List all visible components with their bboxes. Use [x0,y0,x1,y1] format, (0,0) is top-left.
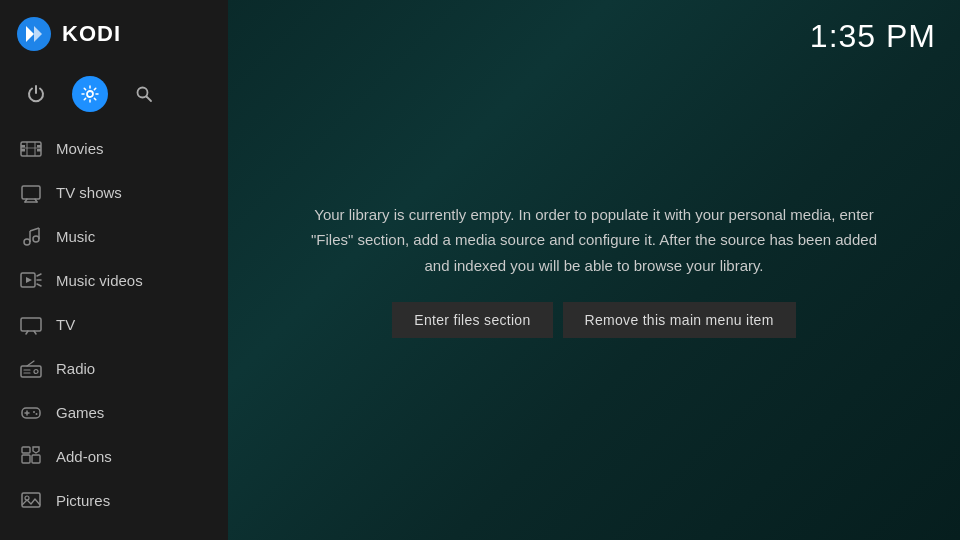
svg-marker-24 [26,277,32,283]
sidebar-item-tv[interactable]: TV [0,302,228,346]
main-content: 1:35 PM Your library is currently empty.… [228,0,960,540]
music-videos-icon [20,269,42,291]
sidebar-item-movies[interactable]: Movies [0,126,228,170]
radio-icon [20,357,42,379]
sidebar-item-movies-label: Movies [56,140,104,157]
svg-point-19 [33,236,39,242]
sidebar-item-addons-label: Add-ons [56,448,112,465]
kodi-logo-icon [16,16,52,52]
sidebar-item-addons[interactable]: Add-ons [0,434,228,478]
sidebar-item-games-label: Games [56,404,104,421]
tv-shows-icon [20,181,42,203]
sidebar-item-pictures[interactable]: Pictures [0,478,228,522]
tv-icon [20,313,42,335]
movies-icon [20,137,42,159]
svg-rect-41 [22,455,30,463]
svg-point-39 [33,411,35,413]
sidebar-item-tvshows[interactable]: TV shows [0,170,228,214]
music-icon [20,225,42,247]
sidebar-item-music-videos[interactable]: Music videos [0,258,228,302]
library-empty-message: Your library is currently empty. In orde… [304,202,884,279]
sidebar-item-games[interactable]: Games [0,390,228,434]
svg-line-25 [37,274,41,276]
sidebar-header: KODI [0,0,228,68]
svg-line-22 [30,228,39,231]
library-empty-box: Your library is currently empty. In orde… [264,172,924,369]
svg-point-3 [87,91,93,97]
sidebar: KODI [0,0,228,540]
search-button[interactable] [126,76,162,112]
sidebar-item-tvshows-label: TV shows [56,184,122,201]
svg-rect-9 [21,149,25,152]
svg-rect-7 [21,145,25,148]
svg-line-5 [147,97,152,102]
sidebar-item-music-label: Music [56,228,95,245]
sidebar-item-tv-label: TV [56,316,75,333]
svg-rect-14 [22,186,40,199]
svg-rect-44 [22,493,40,507]
svg-rect-43 [22,447,30,453]
action-buttons: Enter files section Remove this main men… [304,302,884,338]
enter-files-button[interactable]: Enter files section [392,302,552,338]
remove-menu-item-button[interactable]: Remove this main menu item [563,302,796,338]
sidebar-nav: Movies TV shows [0,126,228,540]
sidebar-item-pictures-label: Pictures [56,492,110,509]
svg-rect-28 [21,318,41,331]
sidebar-item-music-videos-label: Music videos [56,272,143,289]
svg-rect-8 [37,145,41,148]
power-button[interactable] [18,76,54,112]
sidebar-icon-row [0,68,228,126]
svg-rect-42 [32,455,40,463]
svg-rect-10 [37,149,41,152]
settings-button[interactable] [72,76,108,112]
sidebar-item-radio-label: Radio [56,360,95,377]
app-title: KODI [62,21,121,47]
svg-point-18 [24,239,30,245]
addons-icon [20,445,42,467]
games-icon [20,401,42,423]
svg-line-27 [37,284,41,286]
time-display: 1:35 PM [810,18,936,55]
pictures-icon [20,489,42,511]
sidebar-item-radio[interactable]: Radio [0,346,228,390]
svg-point-40 [36,413,38,415]
svg-point-32 [34,370,38,374]
sidebar-item-music[interactable]: Music [0,214,228,258]
